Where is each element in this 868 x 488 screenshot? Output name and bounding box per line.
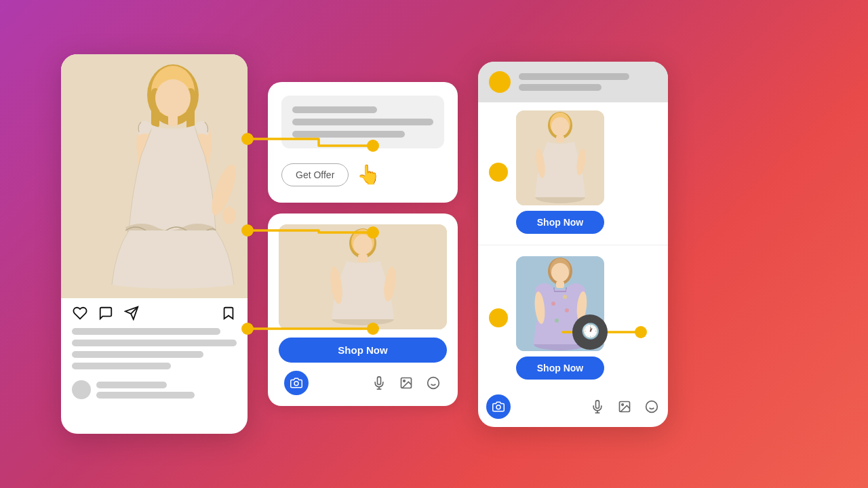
product-image-mid — [279, 224, 447, 329]
get-offer-button[interactable]: Get Offer — [281, 163, 349, 186]
svg-point-55 — [565, 308, 569, 312]
right-product-row-1: Shop Now — [478, 102, 668, 242]
svg-point-20 — [222, 207, 236, 224]
svg-point-34 — [403, 380, 406, 382]
right-product-img-1 — [516, 110, 604, 205]
chat-line-1 — [292, 106, 377, 113]
comment-text-lines — [96, 380, 237, 399]
svg-point-57 — [563, 295, 567, 299]
right-header-line-1 — [519, 73, 629, 80]
comment-line-2 — [96, 392, 195, 399]
image-icon-mid[interactable] — [398, 375, 414, 391]
post-actions-bar — [61, 298, 248, 328]
svg-point-30 — [294, 382, 298, 386]
chat-message-card: Get Offer 👆 — [268, 82, 458, 203]
bookmark-icon[interactable] — [220, 305, 237, 321]
right-product-img-2 — [516, 256, 604, 351]
product-dress-svg-mid — [279, 224, 447, 329]
share-icon[interactable] — [123, 305, 140, 321]
svg-point-63 — [646, 401, 658, 412]
footer-icons-right — [589, 399, 660, 415]
right-dress-svg-1 — [516, 110, 604, 205]
camera-button-mid[interactable] — [284, 371, 309, 395]
svg-rect-42 — [556, 136, 564, 142]
comment-area — [61, 380, 248, 399]
right-dress-svg-2 — [516, 256, 604, 351]
svg-point-26 — [353, 235, 372, 255]
footer-icons-mid — [371, 375, 441, 391]
svg-point-41 — [551, 117, 569, 136]
product-card-mid: Shop Now — [268, 214, 458, 406]
camera-button-right[interactable] — [486, 394, 511, 419]
right-product-content-2: Shop Now — [516, 256, 657, 380]
svg-point-56 — [555, 319, 559, 323]
comment-icon[interactable] — [98, 305, 114, 321]
caption-line-1 — [72, 328, 220, 335]
comment-line — [96, 382, 167, 388]
right-panel-divider — [478, 245, 668, 245]
caption-line-2 — [72, 340, 237, 346]
svg-rect-27 — [358, 254, 368, 262]
chat-text-lines — [292, 106, 433, 138]
dress-photo — [61, 54, 248, 298]
shop-now-button-mid[interactable]: Shop Now — [279, 338, 447, 363]
product-dot-1 — [489, 163, 508, 182]
post-caption-area — [61, 328, 248, 378]
chat-line-3 — [292, 131, 405, 138]
svg-rect-16 — [168, 114, 178, 126]
middle-panel: Get Offer 👆 Shop Now — [268, 82, 458, 406]
right-header-line-2 — [519, 84, 601, 91]
right-header-text — [519, 73, 657, 91]
heart-icon[interactable] — [72, 305, 88, 321]
svg-point-48 — [551, 263, 569, 282]
right-product-row-2: Shop Now — [478, 248, 668, 388]
svg-point-15 — [155, 79, 191, 117]
chat-action-row: Get Offer 👆 — [281, 157, 444, 189]
right-product-content-1: Shop Now — [516, 110, 657, 234]
right-panel-footer — [478, 388, 668, 419]
right-panel: Shop Now — [478, 62, 668, 427]
mic-icon-mid[interactable] — [371, 375, 387, 391]
image-icon-right[interactable] — [616, 399, 633, 415]
svg-rect-49 — [556, 281, 564, 288]
main-scene: 🕐 — [61, 20, 807, 468]
mic-icon-right[interactable] — [589, 399, 606, 415]
sticker-icon-mid[interactable] — [425, 375, 441, 391]
sticker-icon-right[interactable] — [644, 399, 660, 415]
svg-point-54 — [551, 302, 555, 306]
chat-line-2 — [292, 119, 433, 125]
shop-now-button-right-2[interactable]: Shop Now — [516, 357, 604, 380]
caption-line-4 — [72, 363, 171, 369]
svg-point-62 — [622, 403, 624, 405]
svg-point-35 — [428, 378, 439, 389]
right-panel-header — [478, 62, 668, 102]
shop-now-button-right-1[interactable]: Shop Now — [516, 211, 604, 234]
dress-illustration — [61, 54, 248, 298]
instagram-post-phone — [61, 54, 248, 434]
chat-bubble — [281, 96, 444, 148]
commenter-avatar — [72, 380, 91, 399]
right-header-avatar — [489, 71, 511, 93]
caption-line-3 — [72, 351, 203, 358]
svg-point-58 — [496, 405, 500, 409]
card-footer-mid — [279, 363, 447, 395]
product-dot-2 — [489, 308, 508, 327]
cursor-hand-icon: 👆 — [357, 165, 380, 184]
